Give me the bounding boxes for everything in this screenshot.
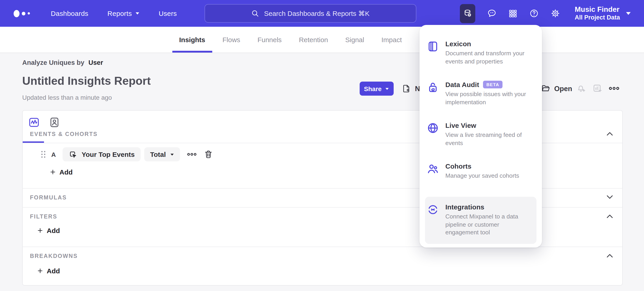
settings-button[interactable]: [550, 8, 560, 18]
tab-signal[interactable]: Signal: [345, 27, 364, 52]
delete-row-button[interactable]: [204, 150, 213, 159]
logo-dot-large: [14, 10, 20, 17]
menu-item-desc: View a live streaming feed of events: [445, 131, 532, 147]
report-tabstrip: Insights Flows Funnels Retention Signal …: [0, 27, 644, 53]
apps-grid-button[interactable]: [508, 9, 518, 18]
feedback-bubble-icon: [487, 8, 496, 18]
feedback-button[interactable]: [487, 8, 496, 18]
nav-dashboards[interactable]: Dashboards: [51, 9, 88, 17]
tab-flows[interactable]: Flows: [222, 27, 240, 52]
help-icon: [529, 8, 539, 18]
navbar-right-controls: Music Finder All Project Data: [460, 0, 631, 27]
add-to-board-button[interactable]: [592, 83, 602, 93]
tab-funnels[interactable]: Funnels: [257, 27, 282, 52]
data-management-menu: Lexicon Document and transform your even…: [420, 25, 542, 248]
metric-select-button[interactable]: Total: [144, 147, 180, 161]
menu-item-cohorts[interactable]: Cohorts Manage your saved cohorts: [420, 156, 542, 197]
project-selector[interactable]: Music Finder All Project Data: [574, 5, 631, 22]
tab-flows-label: Flows: [222, 36, 240, 43]
menu-item-title: Integrations: [445, 203, 532, 211]
chevron-down-icon: [385, 87, 389, 90]
menu-item-title: Data Audit BETA: [445, 81, 532, 88]
menu-item-desc: Connect Mixpanel to a data pipeline or c…: [445, 213, 532, 236]
event-select-button[interactable]: Your Top Events: [62, 147, 140, 161]
collapse-events-chevron-up-icon[interactable]: [606, 131, 613, 136]
analyze-value-selector[interactable]: User: [88, 59, 103, 66]
menu-item-lexicon[interactable]: Lexicon Document and transform your even…: [420, 33, 542, 74]
tab-retention[interactable]: Retention: [299, 27, 328, 52]
top-navbar: Dashboards Reports Users Search Dashboar…: [0, 0, 644, 27]
add-filter-button[interactable]: Add: [37, 227, 60, 234]
event-row-letter: A: [50, 151, 57, 158]
add-filter-label: Add: [47, 227, 60, 234]
add-breakdown-button[interactable]: Add: [37, 267, 60, 275]
search-placeholder: Search Dashboards & Reports ⌘K: [264, 9, 370, 17]
users-view-tab[interactable]: [48, 116, 60, 128]
plus-icon: [37, 228, 43, 234]
drag-handle[interactable]: [41, 150, 46, 158]
tab-insights[interactable]: Insights: [179, 27, 205, 52]
tab-funnels-label: Funnels: [257, 36, 282, 43]
globe-icon: [427, 122, 439, 134]
open-report-button[interactable]: Open: [541, 84, 572, 93]
nav-dashboards-label: Dashboards: [51, 9, 88, 17]
data-management-button[interactable]: [460, 4, 475, 23]
gear-icon: [550, 8, 560, 18]
sync-arrows-icon: [427, 204, 439, 216]
menu-item-data-audit[interactable]: Data Audit BETA View possible issues wit…: [420, 74, 542, 115]
screenshot-viewport: Dashboards Reports Users Search Dashboar…: [0, 0, 644, 291]
more-actions-button[interactable]: [609, 86, 620, 91]
metric-select-label: Total: [150, 150, 166, 158]
tab-signal-label: Signal: [345, 36, 364, 43]
add-event-button[interactable]: Add: [50, 168, 72, 176]
chevron-down-icon: [626, 11, 631, 15]
plus-icon: [37, 268, 43, 274]
menu-item-desc: Document and transform your events and p…: [445, 49, 532, 65]
tab-retention-label: Retention: [299, 36, 328, 43]
chart-plus-icon: [592, 83, 602, 93]
file-plus-icon: [402, 84, 411, 93]
events-section-label: EVENTS & COHORTS: [30, 131, 98, 137]
menu-item-live-view[interactable]: Live View View a live streaming feed of …: [420, 115, 542, 156]
help-button[interactable]: [529, 8, 539, 18]
menu-item-integrations[interactable]: Integrations Connect Mixpanel to a data …: [425, 197, 536, 244]
share-button-label: Share: [364, 85, 382, 92]
breadcrumb: Analyze Uniques by User: [22, 59, 103, 66]
add-event-label: Add: [60, 168, 72, 176]
logo-dot-medium: [22, 11, 26, 15]
chevron-down-icon: [135, 12, 140, 15]
formulas-section-label: FORMULAS: [30, 194, 67, 201]
event-row-a: A Your Top Events Total: [41, 147, 213, 161]
collapse-breakdowns-chevron-up-icon[interactable]: [606, 253, 613, 258]
menu-item-title: Lexicon: [445, 40, 532, 48]
lock-icon: [427, 81, 439, 93]
menu-item-title: Live View: [445, 121, 532, 129]
share-button[interactable]: Share: [360, 82, 394, 96]
collapse-filters-chevron-up-icon[interactable]: [606, 214, 613, 219]
plus-icon: [50, 169, 56, 175]
database-gear-icon: [463, 8, 472, 18]
mixpanel-app: Dashboards Reports Users Search Dashboar…: [0, 0, 644, 291]
analyze-prefix-label: Analyze Uniques by: [22, 59, 84, 66]
menu-item-desc: View possible issues with your implement…: [445, 90, 532, 106]
project-scope: All Project Data: [574, 14, 620, 22]
mixpanel-logo[interactable]: [14, 10, 30, 17]
expand-formulas-chevron-down-icon[interactable]: [606, 195, 613, 199]
tab-impact[interactable]: Impact: [382, 27, 402, 52]
row-more-button[interactable]: [186, 152, 196, 156]
add-alert-button[interactable]: [576, 83, 586, 93]
add-breakdown-label: Add: [47, 267, 60, 275]
ellipsis-icon: [609, 86, 620, 91]
menu-item-title: Cohorts: [445, 162, 519, 170]
filters-section-label: FILTERS: [30, 214, 57, 220]
event-cursor-icon: [68, 150, 78, 159]
nav-reports[interactable]: Reports: [108, 9, 140, 17]
global-search-input[interactable]: Search Dashboards & Reports ⌘K: [204, 4, 416, 23]
tab-impact-label: Impact: [382, 36, 402, 43]
search-icon: [251, 9, 259, 17]
insights-view-tab[interactable]: [28, 116, 40, 128]
bell-plus-icon: [576, 83, 586, 93]
nav-users-label: Users: [159, 9, 177, 17]
tab-insights-label: Insights: [179, 36, 205, 43]
nav-users[interactable]: Users: [159, 9, 177, 17]
